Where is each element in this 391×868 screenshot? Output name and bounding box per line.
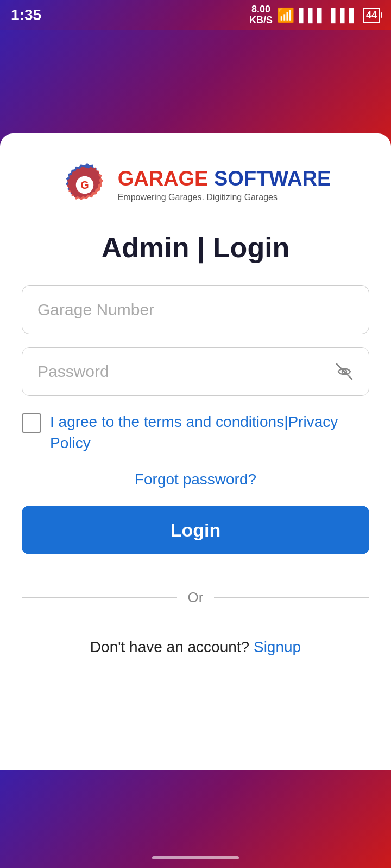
divider-left — [22, 597, 177, 598]
battery-icon: 44 — [363, 8, 380, 23]
or-divider: Or — [22, 589, 369, 606]
form-area: I agree to the terms and conditions|Priv… — [22, 285, 369, 656]
logo-title: GARAGE SOFTWARE — [118, 168, 331, 190]
speed-indicator: 8.00KB/S — [249, 4, 273, 26]
password-wrapper — [22, 347, 369, 396]
home-indicator — [152, 856, 239, 859]
logo-software: SOFTWARE — [208, 167, 331, 190]
bottom-gradient-bg — [0, 770, 391, 868]
status-time: 1:35 — [11, 7, 41, 24]
terms-label: I agree to the terms and conditions|Priv… — [50, 411, 369, 454]
signal-icon-2: ▌▌▌ — [331, 8, 358, 23]
page-title: Admin | Login — [102, 231, 290, 264]
terms-area: I agree to the terms and conditions|Priv… — [22, 411, 369, 454]
no-account-text: Don't have an account? — [90, 639, 249, 655]
svg-text:G: G — [80, 179, 89, 191]
signal-icon: ▌▌▌ — [299, 8, 326, 23]
signup-link[interactable]: Signup — [254, 639, 301, 655]
terms-checkbox[interactable] — [22, 413, 41, 433]
or-text: Or — [188, 589, 204, 606]
signup-area: Don't have an account? Signup — [22, 639, 369, 656]
logo-icon: G — [60, 161, 109, 209]
top-gradient-bg — [0, 30, 391, 150]
password-input[interactable] — [22, 347, 369, 396]
status-bar: 1:35 8.00KB/S 📶 ▌▌▌ ▌▌▌ 44 — [0, 0, 391, 30]
logo-garage: GARAGE — [118, 167, 209, 190]
wifi-icon: 📶 — [277, 7, 294, 24]
divider-right — [214, 597, 369, 598]
logo-text-area: GARAGE SOFTWARE Empowering Garages. Digi… — [118, 168, 331, 202]
garage-number-input[interactable] — [22, 285, 369, 334]
main-card: G GARAGE SOFTWARE Empowering Garages. Di… — [0, 133, 391, 770]
forgot-password-link[interactable]: Forgot password? — [22, 471, 369, 488]
login-button[interactable]: Login — [22, 506, 369, 554]
eye-toggle-icon[interactable] — [332, 360, 356, 384]
logo-subtitle: Empowering Garages. Digitizing Garages — [118, 193, 331, 202]
logo-area: G GARAGE SOFTWARE Empowering Garages. Di… — [60, 161, 331, 209]
status-icons: 8.00KB/S 📶 ▌▌▌ ▌▌▌ 44 — [249, 4, 380, 26]
